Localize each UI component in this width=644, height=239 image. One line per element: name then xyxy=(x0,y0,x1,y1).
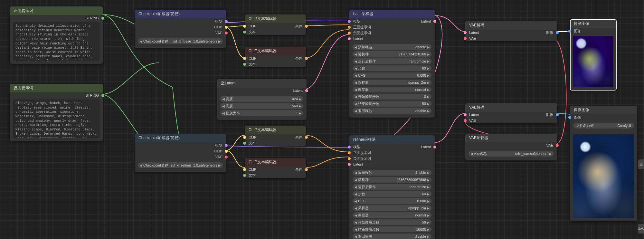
saved-image-thumbnail[interactable] xyxy=(573,134,634,218)
node-vae-decode-1[interactable]: VAE解码 Latent图像 VAE xyxy=(465,21,557,41)
node-title[interactable]: CLIP文本编码器 xyxy=(245,158,306,167)
param-返回噪波[interactable]: ◀返回噪波enable▶ xyxy=(353,108,431,114)
chevron-left-icon[interactable]: ◀ xyxy=(355,81,357,84)
param-随机种[interactable]: ◀随机种321265734220166▶ xyxy=(353,51,431,57)
chevron-left-icon[interactable]: ◀ xyxy=(355,178,357,182)
node-preview-image[interactable]: 预览图像 图像 xyxy=(570,19,617,91)
sidebar-button-1[interactable]: 命名 xyxy=(638,224,644,234)
node-base-sampler[interactable]: base采样器 模型Latent 正面提示词 负面提示词 Latent ◀添加噪… xyxy=(349,10,435,118)
node-clip-text-encoder-pos-refiner[interactable]: CLIP文本编码器 CLIP条件 文本 xyxy=(245,126,306,146)
chevron-right-icon[interactable]: ▶ xyxy=(427,74,430,77)
chevron-right-icon[interactable]: ▶ xyxy=(427,60,430,63)
node-negative-prompt[interactable]: 反向提示词 STRING xyxy=(10,84,103,141)
chevron-left-icon[interactable]: ◀ xyxy=(355,206,357,210)
preview-image-thumbnail[interactable] xyxy=(573,36,613,87)
chevron-right-icon[interactable]: ▶ xyxy=(427,206,430,210)
param-checkpoint-name[interactable]: ◀ Checkpoint名称 sd_xl_base_1.0.safetensor… xyxy=(138,38,223,44)
param-步数[interactable]: ◀步数60▶ xyxy=(353,65,431,71)
chevron-right-icon[interactable]: ▶ xyxy=(549,152,552,156)
chevron-right-icon[interactable]: ▶ xyxy=(427,185,430,189)
param-batch-size[interactable]: ◀批次大小1▶ xyxy=(220,110,303,116)
chevron-left-icon[interactable]: ◀ xyxy=(355,171,357,175)
node-title[interactable]: Checkpoint加载器(简易) xyxy=(135,10,226,18)
param-开始降噪步数[interactable]: ◀开始降噪步数0▶ xyxy=(353,94,431,100)
node-checkpoint-loader-base[interactable]: Checkpoint加载器(简易) 模型 CLIP VAE ◀ Checkpoi… xyxy=(135,10,226,48)
param-开始降噪步数[interactable]: ◀开始降噪步数50▶ xyxy=(353,219,431,225)
chevron-right-icon[interactable]: ▶ xyxy=(427,192,430,196)
chevron-left-icon[interactable]: ◀ xyxy=(355,67,357,70)
node-save-image[interactable]: 保存图像 图像 文件名前缀 ComfyUI xyxy=(570,106,637,221)
negative-prompt-text[interactable] xyxy=(13,100,99,138)
chevron-right-icon[interactable]: ▶ xyxy=(427,45,430,49)
param-采样器[interactable]: ◀采样器dpmpp_2m▶ xyxy=(353,80,431,85)
chevron-right-icon[interactable]: ▶ xyxy=(427,67,430,70)
param-checkpoint-name[interactable]: ◀ Checkpoint名称 sd_xl_refiner_1.0.safeten… xyxy=(138,162,223,168)
node-checkpoint-loader-refiner[interactable]: Checkpoint加载器(简易) 模型 CLIP VAE ◀ Checkpoi… xyxy=(135,134,226,172)
node-positive-prompt[interactable]: 正向提示词 STRING xyxy=(10,6,103,64)
chevron-left-icon[interactable]: ◀ xyxy=(355,214,357,217)
param-调度器[interactable]: ◀调度器normal▶ xyxy=(353,212,431,218)
chevron-left-icon[interactable]: ◀ xyxy=(355,45,357,49)
node-title[interactable]: CLIP文本编码器 xyxy=(245,47,306,55)
node-title[interactable]: 保存图像 xyxy=(570,106,637,114)
chevron-right-icon[interactable]: ▶ xyxy=(427,235,430,238)
chevron-right-icon[interactable]: ▶ xyxy=(427,109,430,113)
param-CFG[interactable]: ◀CFG8.000▶ xyxy=(353,198,431,204)
param-步数[interactable]: ◀步数60▶ xyxy=(353,191,431,197)
chevron-left-icon[interactable]: ◀ xyxy=(355,74,357,77)
param-vae-name[interactable]: ◀ vae名称 sdxl_vae.safetensors ▶ xyxy=(469,151,554,157)
chevron-left-icon[interactable]: ◀ xyxy=(355,221,357,224)
chevron-left-icon[interactable]: ◀ xyxy=(355,95,357,99)
chevron-left-icon[interactable]: ◀ xyxy=(355,199,357,203)
node-title[interactable]: VAE加载器 xyxy=(465,134,557,142)
chevron-right-icon[interactable]: ▶ xyxy=(427,228,430,231)
node-title[interactable]: refiner采样器 xyxy=(349,135,435,144)
node-title[interactable]: 正向提示词 xyxy=(10,6,103,15)
chevron-left-icon[interactable]: ◀ xyxy=(355,185,357,189)
node-title[interactable]: Checkpoint加载器(简易) xyxy=(135,134,226,142)
chevron-right-icon[interactable]: ▶ xyxy=(218,40,221,43)
chevron-left-icon[interactable]: ◀ xyxy=(355,235,357,238)
node-title[interactable]: 预览图像 xyxy=(570,19,617,28)
chevron-left-icon[interactable]: ◀ xyxy=(140,164,142,167)
node-clip-text-encoder-neg-base[interactable]: CLIP文本编码器 CLIP条件 文本 xyxy=(245,47,306,67)
chevron-left-icon[interactable]: ◀ xyxy=(470,152,473,156)
param-调度器[interactable]: ◀调度器normal▶ xyxy=(353,87,431,92)
chevron-right-icon[interactable]: ▶ xyxy=(218,164,221,167)
chevron-right-icon[interactable]: ▶ xyxy=(427,53,430,56)
chevron-right-icon[interactable]: ▶ xyxy=(427,214,430,217)
node-title[interactable]: VAE解码 xyxy=(465,103,557,112)
chevron-left-icon[interactable]: ◀ xyxy=(355,88,357,91)
node-empty-latent[interactable]: 空Latent Latent ◀宽度1024▶ ◀高度1560▶ ◀批次大小1▶ xyxy=(217,79,307,120)
param-返回噪波[interactable]: ◀返回噪波disable▶ xyxy=(353,234,431,239)
chevron-right-icon[interactable]: ▶ xyxy=(427,81,430,84)
node-title[interactable]: 空Latent xyxy=(217,79,307,88)
node-clip-text-encoder-pos-base[interactable]: CLIP文本编码器 CLIP条件 文本 xyxy=(245,14,306,35)
param-随机种[interactable]: ◀随机种463627809967898▶ xyxy=(353,177,431,183)
chevron-left-icon[interactable]: ◀ xyxy=(355,192,357,196)
node-title[interactable]: base采样器 xyxy=(349,10,435,18)
chevron-right-icon[interactable]: ▶ xyxy=(427,178,430,182)
chevron-right-icon[interactable]: ▶ xyxy=(427,171,430,175)
param-运行后操作[interactable]: ◀运行后操作randomize▶ xyxy=(353,184,431,190)
chevron-right-icon[interactable]: ▶ xyxy=(427,199,430,203)
positive-prompt-text[interactable] xyxy=(13,22,99,61)
node-title[interactable]: 反向提示词 xyxy=(10,84,103,92)
node-title[interactable]: CLIP文本编码器 xyxy=(245,126,306,134)
param-结束降噪步数[interactable]: ◀结束降噪步数50▶ xyxy=(353,101,431,107)
param-采样器[interactable]: ◀采样器dpmpp_2m▶ xyxy=(353,205,431,211)
chevron-left-icon[interactable]: ◀ xyxy=(355,228,357,231)
chevron-left-icon[interactable]: ◀ xyxy=(355,109,357,113)
param-运行后操作[interactable]: ◀运行后操作randomize▶ xyxy=(353,58,431,64)
param-添加噪波[interactable]: ◀添加噪波enable▶ xyxy=(353,44,431,50)
sidebar-button-0[interactable]: 运 xyxy=(638,159,644,169)
node-title[interactable]: CLIP文本编码器 xyxy=(245,14,306,23)
chevron-left-icon[interactable]: ◀ xyxy=(140,40,142,43)
chevron-right-icon[interactable]: ▶ xyxy=(427,102,430,106)
node-vae-loader[interactable]: VAE加载器 VAE ◀ vae名称 sdxl_vae.safetensors … xyxy=(465,134,557,160)
chevron-right-icon[interactable]: ▶ xyxy=(427,95,430,99)
chevron-left-icon[interactable]: ◀ xyxy=(355,60,357,63)
node-refiner-sampler[interactable]: refiner采样器 模型Latent 正面提示词 负面提示词 Latent ◀… xyxy=(349,135,435,239)
param-结束降噪步数[interactable]: ◀结束降噪步数10000▶ xyxy=(353,226,431,232)
chevron-left-icon[interactable]: ◀ xyxy=(355,53,357,56)
